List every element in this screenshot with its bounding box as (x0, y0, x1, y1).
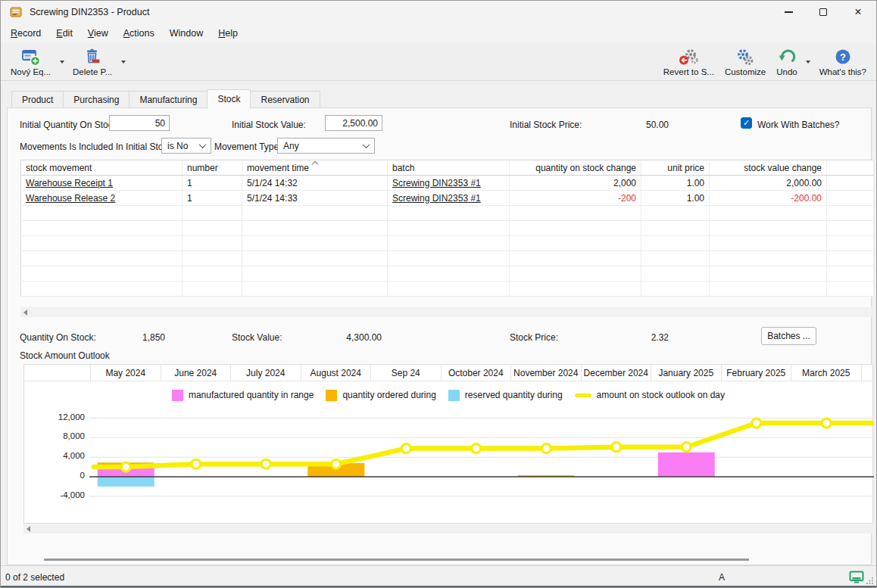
legend-bar-swatch (448, 390, 460, 401)
tab-product[interactable]: Product (11, 91, 64, 108)
batch-link[interactable]: Screwing DIN2353 #1 (392, 193, 481, 204)
tab-purchasing[interactable]: Purchasing (63, 91, 130, 108)
maximize-button[interactable] (806, 1, 841, 23)
product-box-icon (10, 6, 22, 18)
col-header-quantity-on-stock-change[interactable]: quantity on stock change (510, 160, 641, 176)
batch-link[interactable]: Screwing DIN2353 #1 (392, 178, 481, 188)
stock-movement-link[interactable]: Warehouse Release 2 (26, 193, 115, 204)
revert-to-saved-label: Revert to S... (663, 67, 714, 76)
chart-month-filler (862, 365, 873, 381)
menu-item-view[interactable]: View (80, 25, 116, 42)
quantity-on-stock-value: 1,850 (99, 332, 165, 343)
initial-stock-price-value: 50.00 (607, 120, 669, 130)
col-header-empty[interactable] (827, 160, 874, 176)
minimize-button[interactable] (771, 1, 806, 23)
table-row[interactable]: Warehouse Release 215/1/24 14:33Screwing… (21, 191, 874, 206)
chart-month-october-2024[interactable]: October 2024 (442, 365, 512, 381)
tab-reservation[interactable]: Reservation (250, 91, 320, 108)
col-header-movement-time[interactable]: movement time (242, 160, 388, 176)
delete-button[interactable]: Delete P... (67, 45, 117, 78)
chart-month-july-2024[interactable]: July 2024 (231, 365, 301, 381)
movements-filter-value: is No (167, 141, 188, 151)
window-controls: × (771, 1, 875, 23)
table-empty-row[interactable] (21, 251, 874, 266)
toolbar-right-group: Revert to S... Customize (658, 45, 872, 78)
tab-stock[interactable]: Stock (207, 89, 251, 109)
whats-this-button[interactable]: ? What's this? (814, 45, 872, 78)
table-empty-row[interactable] (21, 221, 874, 236)
scroll-left-icon (27, 526, 30, 532)
revert-to-saved-button[interactable]: Revert to S... (658, 45, 719, 78)
col-header-stock-movement[interactable]: stock movement (21, 160, 183, 176)
col-header-unit-price[interactable]: unit price (641, 160, 710, 176)
selection-status: 0 of 2 selected (5, 572, 64, 583)
chart-month-march-2025[interactable]: March 2025 (791, 365, 862, 381)
chevron-down-icon (60, 61, 64, 64)
menu-item-actions[interactable]: Actions (116, 25, 162, 42)
quantity-on-stock-label: Quantity On Stock: (20, 332, 96, 343)
undo-button[interactable]: Undo (771, 45, 803, 78)
toolbar-left-group: Nový Eq... Delete P... (5, 45, 129, 78)
initial-stock-value-input[interactable]: 2,500.00 (325, 115, 382, 131)
chart-month-august-2024[interactable]: August 2024 (301, 365, 372, 381)
menu-item-edit[interactable]: Edit (48, 25, 80, 42)
new-record-dropdown-arrow[interactable] (56, 47, 67, 77)
initial-quantity-input[interactable]: 50 (109, 115, 170, 131)
col-header-stock-value-change[interactable]: stock value change (710, 160, 827, 176)
work-with-batches-checkbox[interactable]: ✓ (741, 117, 752, 129)
chart-month-december-2024[interactable]: December 2024 (582, 365, 652, 381)
chart-month-sep-24[interactable]: Sep 24 (371, 365, 442, 381)
legend-item: manufactured quantity in range (172, 390, 314, 401)
maximize-icon (819, 8, 827, 16)
chart-month-june-2024[interactable]: June 2024 (161, 365, 232, 381)
customize-button[interactable]: Customize (719, 45, 771, 78)
initial-quantity-label: Initial Quantity On Stock: (20, 120, 120, 130)
movements-filter-select[interactable]: is No (161, 138, 211, 154)
close-button[interactable]: × (841, 1, 875, 23)
undo-dropdown-arrow[interactable] (803, 47, 814, 77)
menu-item-window[interactable]: Window (162, 25, 211, 42)
window-title: Screwing DIN2353 - Product (30, 7, 149, 17)
initial-stock-value-value: 2,500.00 (342, 118, 378, 129)
chart-plot (24, 406, 874, 522)
menu-item-help[interactable]: Help (211, 25, 245, 42)
stock-price-value: 2.32 (607, 332, 669, 343)
chart-horizontal-scrollbar[interactable] (23, 524, 873, 534)
table-empty-row[interactable] (21, 266, 874, 282)
legend-bar-swatch (172, 390, 183, 401)
stock-value-value: 4,300.00 (311, 332, 382, 343)
title-bar: Screwing DIN2353 - Product × (1, 1, 876, 23)
customize-gears-icon (735, 47, 755, 67)
chart-heading: Stock Amount Outlook (20, 350, 110, 361)
chart-month-january-2025[interactable]: January 2025 (651, 365, 722, 381)
table-empty-row[interactable] (21, 206, 874, 221)
batches-button[interactable]: Batches ... (761, 327, 816, 345)
stock-movement-link[interactable]: Warehouse Receipt 1 (26, 178, 113, 188)
chart-month-february-2025[interactable]: February 2025 (722, 365, 792, 381)
tab-manufacturing[interactable]: Manufacturing (129, 91, 208, 108)
table-horizontal-scrollbar[interactable] (20, 307, 873, 317)
sort-ascending-icon (311, 161, 317, 167)
menu-item-record[interactable]: Record (3, 25, 48, 42)
movement-type-select[interactable]: Any (277, 138, 375, 154)
col-header-batch[interactable]: batch (388, 160, 510, 176)
close-icon: × (854, 6, 861, 18)
resize-grip[interactable] (866, 577, 874, 584)
chart-month-may-2024[interactable]: May 2024 (91, 365, 161, 381)
chevron-down-icon (363, 141, 370, 148)
chart-month-november-2024[interactable]: November 2024 (511, 365, 582, 381)
table-empty-row[interactable] (21, 236, 874, 251)
col-header-number[interactable]: number (183, 160, 242, 176)
table-row[interactable]: Warehouse Receipt 115/1/24 14:32Screwing… (21, 176, 874, 191)
whats-this-icon: ? (833, 47, 853, 67)
new-record-label: Nový Eq... (11, 67, 51, 76)
delete-dropdown-arrow[interactable] (117, 47, 129, 77)
new-record-button[interactable]: Nový Eq... (5, 45, 56, 78)
new-record-icon (21, 47, 41, 67)
svg-text:?: ? (840, 51, 846, 62)
revert-settings-icon (679, 47, 698, 67)
initial-stock-price-label: Initial Stock Price: (510, 120, 582, 130)
splitter-handle[interactable] (44, 558, 749, 561)
table-empty-row[interactable] (21, 282, 874, 297)
minimize-icon (785, 11, 793, 12)
